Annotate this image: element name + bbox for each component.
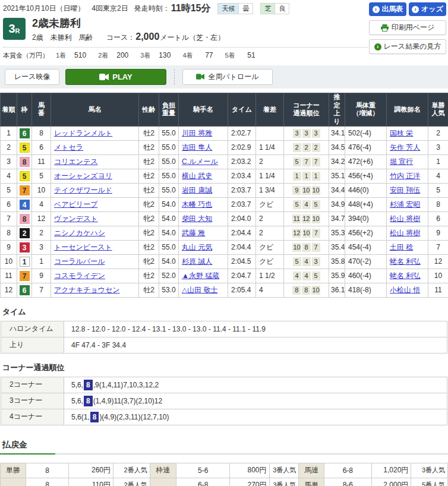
jockey-cell: 川田 将雅 (179, 126, 228, 140)
trainer-cell: 杉浦 宏昭 (387, 197, 428, 212)
margin: 1 1/2 (256, 269, 284, 283)
corner-position-box: 8 (302, 243, 311, 252)
finish-position: 11 (1, 269, 17, 283)
corner-order-row: 4コーナー5,6(1,8)(4,9)(2,3,11)(12,7,10) (1, 409, 447, 425)
horse-weight: 456(+4) (345, 169, 387, 183)
corner-order-text: 5,6, (71, 397, 83, 405)
finish-time: 2:03.7 (228, 197, 256, 212)
race-video-button[interactable]: レース映像 (5, 69, 59, 85)
trainer-name-link[interactable]: 竹内 正洋 (390, 172, 420, 180)
trainer-name-link[interactable]: 小桧山 悟 (390, 286, 420, 294)
weather-value: 曇 (238, 4, 253, 14)
horse-number: 11 (32, 154, 51, 169)
turf-value: 良 (275, 4, 289, 14)
finish-position: 9 (1, 240, 17, 254)
finish-position: 12 (1, 283, 17, 297)
win-popularity: 12 (428, 254, 448, 269)
horse-name-link[interactable]: テイクザワールド (54, 186, 112, 194)
horse-name-link[interactable]: コーラルパール (54, 257, 105, 266)
horse-name-link[interactable]: ベアビリーブ (54, 200, 97, 209)
jockey-name-link[interactable]: C.ルメール (182, 157, 218, 166)
jockey-name-link[interactable]: 柴田 大知 (182, 214, 212, 223)
start-time-value: 11時15分 (171, 2, 211, 15)
results-column-header: 着順 (1, 93, 17, 126)
jockey-name-link[interactable]: 丸山 元気 (182, 243, 212, 251)
jockey-name-link[interactable]: 川田 将雅 (182, 129, 212, 137)
arrow-circle-icon: › (373, 6, 380, 13)
horse-name-link[interactable]: ニシノカケハシ (54, 229, 105, 237)
sex-age: 牡2 (139, 269, 159, 283)
margin: 1 1/4 (256, 169, 284, 183)
table-row: 822ニシノカケハシ牝254.0武藤 雅2:04.421210735.3456(… (1, 226, 448, 240)
jockey-name-link[interactable]: ▲永野 猛蔵 (182, 272, 219, 280)
jockey-name-link[interactable]: 木幡 巧也 (182, 200, 212, 209)
trainer-name-link[interactable]: 杉浦 宏昭 (390, 200, 420, 209)
frame-number-badge: 4 (20, 200, 30, 210)
trainer-name-link[interactable]: 堀 宣行 (390, 157, 413, 166)
trainer-name-link[interactable]: 土田 稔 (390, 243, 413, 251)
prize-amount: 200 (113, 51, 128, 59)
margin: クビ (256, 254, 284, 269)
payout-popularity: 2番人気 (113, 463, 150, 478)
horse-name-link[interactable]: コリエンテス (54, 157, 98, 166)
patrol-video-button[interactable]: 全周パトロール (182, 69, 273, 85)
finish-time: 2:04.7 (228, 269, 256, 283)
finish-position: 8 (1, 226, 17, 240)
winner-number-highlight: 8 (84, 380, 93, 390)
jockey-cell: 吉田 隼人 (179, 140, 228, 154)
horse-number: 1 (32, 254, 51, 269)
horse-name-link[interactable]: ヴァンデスト (54, 214, 98, 223)
horse-number: 5 (32, 169, 51, 183)
estimated-last-3f: 35.9 (329, 269, 345, 283)
course-detail: メートル（芝・左） (160, 33, 225, 43)
trainer-name-link[interactable]: 蛯名 利弘 (390, 272, 420, 280)
frame-number-badge: 1 (20, 257, 30, 267)
play-button[interactable]: PLAY (65, 69, 166, 85)
print-page-button[interactable]: 印刷用ページ (369, 20, 446, 35)
frame-number-badge: 7 (20, 185, 30, 195)
payout-group: 馬連6-81,020円3番人気馬単8-62,000円5番人気3連複6-8-113… (298, 463, 448, 486)
corner-order-text: ,9(1,4,11)7,10,3,12,2 (93, 381, 159, 389)
horse-number: 9 (32, 269, 51, 283)
odds-button[interactable]: › オッズ (409, 2, 446, 16)
result-guide-button[interactable]: › レース結果の見方 (369, 39, 446, 54)
payout-popularity: 2番人気 (113, 478, 150, 486)
carried-weight: 55.0 (159, 169, 179, 183)
trainer-name-link[interactable]: 国枝 栄 (390, 129, 413, 137)
horse-name-link[interactable]: コスモライデン (54, 272, 105, 280)
jockey-name-link[interactable]: 武藤 雅 (182, 229, 205, 237)
corner-position-box: 7 (312, 157, 320, 166)
jockey-name-link[interactable]: △山田 敬士 (182, 286, 218, 294)
trainer-name-link[interactable]: 松山 将樹 (390, 229, 420, 237)
table-row: 5710テイクザワールド牡255.0岩田 康誠2:03.71 3/4910103… (1, 183, 448, 197)
horse-name-link[interactable]: トーセンビースト (54, 243, 112, 251)
payout-combination: 8-6 (324, 478, 371, 486)
corner-row-label: 4コーナー (1, 409, 64, 425)
race-title: 2歳未勝利 (32, 18, 225, 29)
trainer-name-link[interactable]: 蛯名 利弘 (390, 257, 420, 266)
horse-name-link[interactable]: メトセラ (54, 143, 83, 152)
estimated-last-3f: 36.1 (329, 283, 345, 297)
payout-amount: 1,020円 (371, 463, 411, 478)
horse-name-link[interactable]: アクナキチョウセン (54, 286, 120, 294)
trainer-name-link[interactable]: 矢作 芳人 (390, 143, 420, 152)
jockey-cell: ▲永野 猛蔵 (179, 269, 228, 283)
prize-money-label: 本賞金（万円） (3, 51, 49, 60)
entries-button[interactable]: › 出馬表 (369, 2, 406, 16)
jockey-name-link[interactable]: 横山 武史 (182, 172, 212, 180)
horse-name-cell: コーラルパール (51, 254, 139, 269)
finish-time: 2:03.2 (228, 154, 256, 169)
payout-type-label: 馬連 (299, 463, 324, 478)
trainer-name-link[interactable]: 安田 翔伍 (390, 186, 420, 194)
horse-number: 3 (32, 240, 51, 254)
jockey-name-link[interactable]: 杉原 誠人 (182, 257, 212, 266)
estimated-last-3f: 34.7 (329, 212, 345, 226)
horse-name-cell: トーセンビースト (51, 240, 139, 254)
jockey-name-link[interactable]: 吉田 隼人 (182, 143, 212, 152)
horse-name-link[interactable]: レッドランメルト (54, 129, 112, 137)
jockey-name-link[interactable]: 岩田 康誠 (182, 186, 212, 194)
horse-name-link[interactable]: オーシャンズヨリ (54, 172, 112, 180)
results-column-header: 騎手名 (179, 93, 228, 126)
corner-positions: 545 (284, 197, 329, 212)
trainer-name-link[interactable]: 松山 将樹 (390, 214, 420, 223)
